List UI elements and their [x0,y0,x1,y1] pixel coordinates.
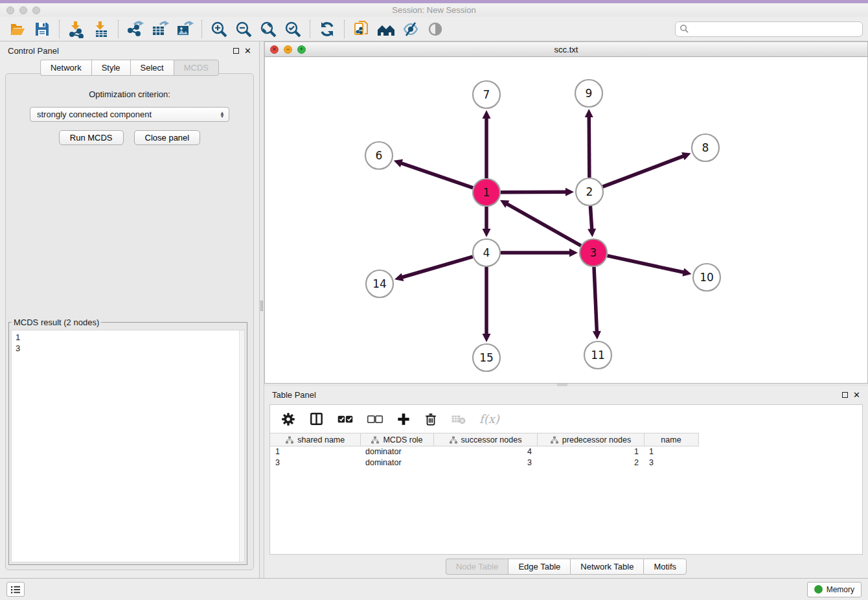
cell-mcds-role[interactable]: dominator [360,457,433,468]
namespace-icon [371,435,380,444]
zoom-in-icon[interactable] [207,19,231,40]
column-panel-icon[interactable] [309,411,324,426]
edge-4-14[interactable] [401,257,473,277]
node-8[interactable]: 8 [692,134,719,161]
tab-edge-table[interactable]: Edge Table [508,559,570,575]
network-canvas[interactable]: 1234678910111415 [265,57,867,383]
first-neighbors-icon[interactable] [374,19,398,40]
close-panel-icon[interactable]: ✕ [244,47,251,55]
node-10[interactable]: 10 [693,264,720,291]
cell-predecessor-nodes[interactable]: 2 [537,457,644,468]
cell-shared-name[interactable]: 1 [270,446,360,457]
open-session-icon[interactable] [5,19,30,40]
export-network-icon[interactable] [123,19,148,40]
hide-selection-icon[interactable] [398,19,423,40]
vertical-splitter[interactable] [259,41,264,578]
cell-mcds-role[interactable]: dominator [360,446,433,457]
close-panel-button[interactable]: Close panel [134,130,201,145]
export-image-icon[interactable] [172,19,197,40]
edge-3-1[interactable] [506,203,581,246]
float-table-panel-icon[interactable] [842,392,848,398]
cell-shared-name[interactable]: 3 [270,457,360,468]
node-3[interactable]: 3 [580,239,607,266]
close-table-panel-icon[interactable]: ✕ [853,391,860,399]
network-window-titlebar[interactable]: ✕ − + scc.txt [265,42,867,57]
node-7[interactable]: 7 [473,81,500,108]
main-toolbar [0,17,868,41]
new-network-from-selection-icon[interactable] [349,19,374,40]
tab-style[interactable]: Style [91,60,130,76]
memory-button[interactable]: Memory [807,582,862,597]
edge-3-10[interactable] [607,256,685,273]
node-2[interactable]: 2 [576,178,603,205]
node-14[interactable]: 14 [366,270,393,297]
show-all-icon[interactable] [423,19,448,40]
column-header-predecessor-nodes[interactable]: predecessor nodes [537,433,644,446]
zoom-fit-icon[interactable] [256,19,280,40]
control-panel-tabs: Network Style Select MCDS [0,60,259,76]
node-1[interactable]: 1 [473,179,500,206]
node-label: 4 [483,246,490,259]
column-header-shared-name[interactable]: shared name [270,433,360,446]
tab-node-table[interactable]: Node Table [446,559,508,575]
node-4[interactable]: 4 [473,239,500,266]
splitter-grip[interactable] [260,301,263,311]
float-panel-icon[interactable] [233,48,239,54]
toolbar-separator [118,20,119,38]
task-history-button[interactable] [6,582,25,597]
delete-column-icon[interactable] [424,412,438,426]
cell-successor-nodes[interactable]: 4 [433,446,537,457]
namespace-icon [550,435,559,444]
scrollbar-track[interactable] [239,330,244,562]
edge-2-9[interactable] [589,115,589,178]
node-9[interactable]: 9 [575,80,602,107]
column-header-successor-nodes[interactable]: successor nodes [433,433,537,446]
memory-status-icon [814,585,823,594]
arrowhead-3-10 [682,268,691,277]
zoom-out-icon[interactable] [231,19,256,40]
cell-name[interactable]: 3 [644,457,698,468]
column-header-name[interactable]: name [644,433,698,446]
node-6[interactable]: 6 [365,142,393,169]
deselect-all-icon[interactable] [367,413,383,425]
import-table-icon[interactable] [89,19,113,40]
node-label: 3 [590,246,597,259]
cell-name[interactable]: 1 [644,446,698,457]
edge-2-8[interactable] [603,156,685,187]
tab-select[interactable]: Select [130,60,174,76]
add-column-icon[interactable] [396,412,411,426]
arrowhead-4-15 [483,334,491,342]
edge-1-6[interactable] [400,163,473,188]
node-table-area: f(x) shared name MCDS role successor nod… [269,404,863,555]
tab-motifs[interactable]: Motifs [643,559,687,575]
cell-successor-nodes[interactable]: 3 [433,457,537,468]
column-header-mcds-role[interactable]: MCDS role [360,433,433,446]
tab-mcds[interactable]: MCDS [174,60,219,76]
search-input[interactable] [692,25,858,34]
save-session-icon[interactable] [30,19,54,40]
import-network-icon[interactable] [64,19,89,40]
table-row[interactable]: 1 dominator 4 1 1 [270,446,862,457]
select-all-icon[interactable] [337,413,354,425]
tab-network-table[interactable]: Network Table [570,559,643,575]
cell-predecessor-nodes[interactable]: 1 [537,446,644,457]
node-15[interactable]: 15 [473,344,500,371]
window-title: Session: New Session [0,5,868,15]
edge-1-2[interactable] [501,192,567,192]
zoom-selected-icon[interactable] [280,19,305,40]
edge-2-3[interactable] [590,206,591,231]
tab-network[interactable]: Network [40,60,91,76]
table-panel: Table Panel ✕ [264,386,868,578]
optimization-criterion-select[interactable]: strongly connected component ▲▼ [30,107,229,122]
edge-3-11[interactable] [594,267,597,333]
settings-gear-icon[interactable] [280,411,296,427]
export-table-icon[interactable] [148,19,172,40]
run-mcds-button[interactable]: Run MCDS [59,130,124,145]
table-row[interactable]: 3 dominator 3 2 3 [270,457,862,468]
mcds-result-text[interactable]: 1 3 [11,330,245,562]
search-field[interactable] [675,21,863,37]
refresh-icon[interactable] [315,19,339,40]
node-11[interactable]: 11 [584,341,611,369]
network-view-window: ✕ − + scc.txt 1234678910111415 [264,41,868,384]
toolbar-separator [310,20,310,38]
